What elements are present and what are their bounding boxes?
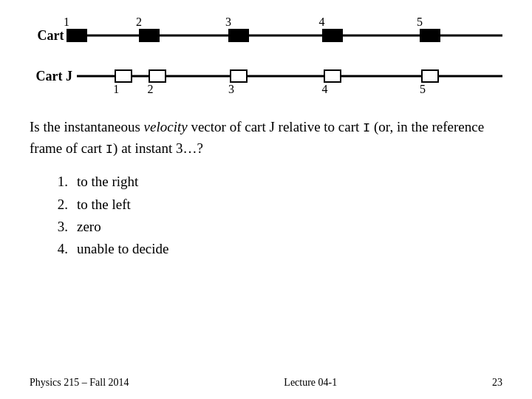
cart-j-num-4: 4	[322, 83, 328, 96]
cart-j-block-1: 1	[115, 69, 132, 83]
answer-text-1: to the right	[77, 171, 138, 193]
diagram: Cart I 1 2 3 4 5	[30, 22, 502, 103]
cart-j-num-3: 3	[228, 83, 234, 96]
cart-i-ref1: I	[363, 121, 370, 135]
velocity-italic: velocity	[144, 119, 188, 134]
answer-list: 1. to the right 2. to the left 3. zero 4…	[30, 171, 502, 261]
list-item: 3. zero	[52, 216, 502, 238]
answer-num-4: 4.	[52, 238, 68, 260]
answer-text-4: unable to decide	[77, 238, 169, 260]
cart-j-block-5: 5	[421, 69, 439, 83]
cart-i-block-3: 3	[228, 29, 249, 42]
cart-j-block-3: 3	[230, 69, 248, 83]
cart-i-num-4: 4	[319, 16, 325, 29]
cart-i-ref2: I	[106, 143, 113, 157]
cart-i-num-3: 3	[225, 16, 231, 29]
cart-j-num-1: 1	[113, 83, 119, 96]
answer-text-2: to the left	[77, 194, 131, 216]
slide-container: Cart I 1 2 3 4 5	[0, 0, 532, 399]
cart-i-row: Cart I 1 2 3 4 5	[30, 22, 502, 49]
cart-i-track: 1 2 3 4 5	[77, 22, 502, 49]
cart-i-num-5: 5	[417, 16, 423, 29]
cart-i-num-2: 2	[136, 16, 142, 29]
cart-j-num-2: 2	[147, 83, 153, 96]
footer-middle: Lecture 04-1	[284, 377, 337, 389]
answer-num-1: 1.	[52, 171, 68, 193]
footer-right: 23	[492, 377, 502, 389]
cart-j-num-5: 5	[420, 83, 426, 96]
list-item: 1. to the right	[52, 171, 502, 193]
footer: Physics 215 – Fall 2014 Lecture 04-1 23	[30, 377, 502, 389]
cart-j-row: Cart J 1 2 3 4 5	[30, 63, 502, 89]
answer-text-3: zero	[77, 216, 101, 238]
footer-left: Physics 215 – Fall 2014	[30, 377, 129, 389]
cart-i-block-2: 2	[139, 29, 160, 42]
cart-j-block-4: 4	[324, 69, 341, 83]
cart-i-block-1: 1	[66, 29, 87, 42]
answer-num-2: 2.	[52, 194, 68, 216]
cart-j-label: Cart J	[30, 69, 72, 84]
question-text: Is the instantaneous velocity vector of …	[30, 117, 502, 159]
cart-i-num-1: 1	[64, 16, 69, 29]
cart-i-block-5: 5	[420, 29, 440, 42]
answer-num-3: 3.	[52, 216, 68, 238]
list-item: 2. to the left	[52, 194, 502, 216]
cart-i-block-4: 4	[322, 29, 343, 42]
list-item: 4. unable to decide	[52, 238, 502, 260]
cart-j-track: 1 2 3 4 5	[77, 63, 502, 89]
cart-j-block-2: 2	[149, 69, 166, 83]
